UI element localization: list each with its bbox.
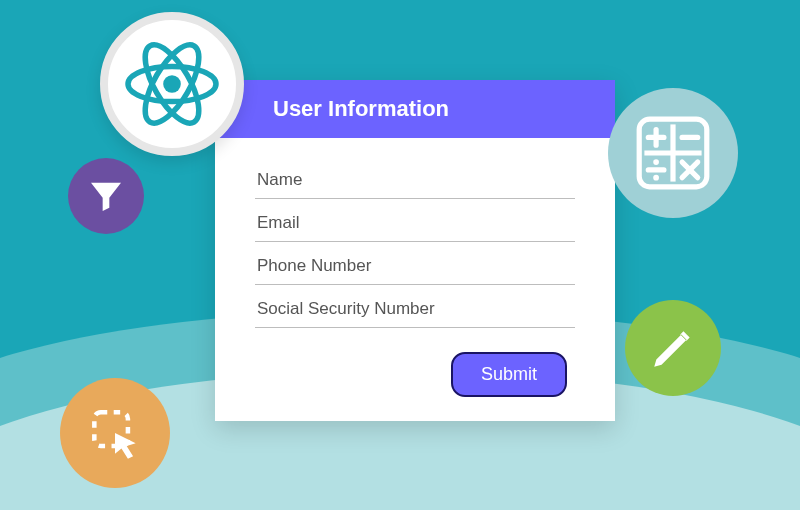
submit-row: Submit [215, 352, 615, 421]
email-field[interactable] [255, 199, 575, 242]
pencil-icon [625, 300, 721, 396]
phone-field[interactable] [255, 242, 575, 285]
card-body [215, 138, 615, 352]
name-field[interactable] [255, 156, 575, 199]
ssn-field[interactable] [255, 285, 575, 328]
select-region-icon [60, 378, 170, 488]
calculator-icon [608, 88, 738, 218]
svg-point-12 [653, 175, 659, 181]
submit-button[interactable]: Submit [451, 352, 567, 397]
filter-icon [68, 158, 144, 234]
react-icon [100, 12, 244, 156]
svg-point-0 [163, 75, 181, 93]
card-title: User Information [215, 80, 615, 138]
svg-point-10 [653, 159, 659, 165]
stage: User Information Submit [0, 0, 800, 510]
user-info-card: User Information Submit [215, 80, 615, 421]
